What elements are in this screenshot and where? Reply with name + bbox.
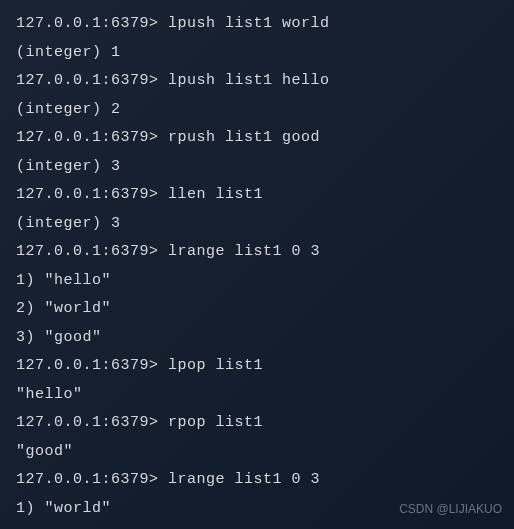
terminal-line: 127.0.0.1:6379> rpop list1 bbox=[16, 409, 498, 438]
terminal-line: 127.0.0.1:6379> lpush list1 world bbox=[16, 10, 498, 39]
terminal-line: 127.0.0.1:6379> llen list1 bbox=[16, 181, 498, 210]
terminal-output: 127.0.0.1:6379> lpush list1 world(intege… bbox=[16, 10, 498, 523]
terminal-line: 127.0.0.1:6379> lpop list1 bbox=[16, 352, 498, 381]
terminal-line: 1) "hello" bbox=[16, 267, 498, 296]
terminal-line: (integer) 3 bbox=[16, 153, 498, 182]
terminal-line: 127.0.0.1:6379> rpush list1 good bbox=[16, 124, 498, 153]
watermark-text: CSDN @LIJIAKUO bbox=[399, 498, 502, 521]
terminal-line: "hello" bbox=[16, 381, 498, 410]
terminal-line: 127.0.0.1:6379> lrange list1 0 3 bbox=[16, 466, 498, 495]
terminal-line: 3) "good" bbox=[16, 324, 498, 353]
terminal-line: "good" bbox=[16, 438, 498, 467]
terminal-line: 127.0.0.1:6379> lpush list1 hello bbox=[16, 67, 498, 96]
terminal-line: (integer) 1 bbox=[16, 39, 498, 68]
terminal-line: 127.0.0.1:6379> lrange list1 0 3 bbox=[16, 238, 498, 267]
terminal-line: 2) "world" bbox=[16, 295, 498, 324]
terminal-line: (integer) 3 bbox=[16, 210, 498, 239]
terminal-line: (integer) 2 bbox=[16, 96, 498, 125]
